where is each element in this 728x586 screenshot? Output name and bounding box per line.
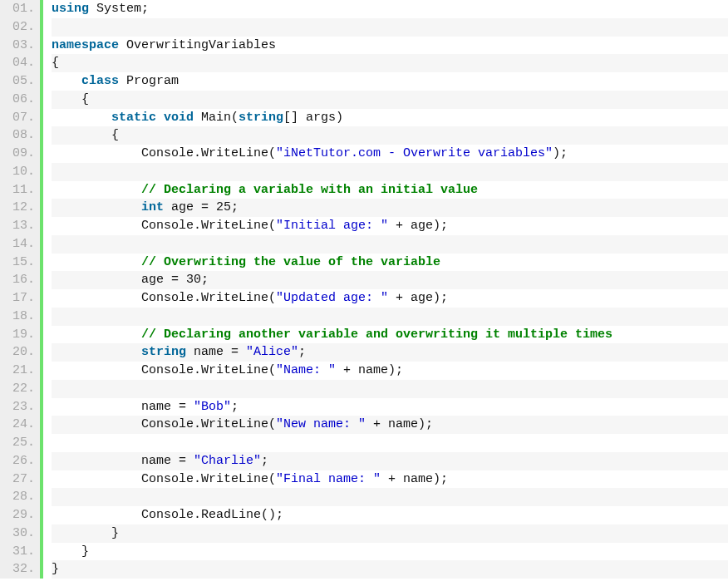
line-number: 24.: [3, 416, 35, 434]
code-line: [52, 235, 728, 254]
line-number: 08.: [3, 126, 35, 145]
text-token: [52, 327, 141, 342]
comment-token: // Declaring a variable with an initial …: [141, 183, 478, 197]
code-line: Console.WriteLine("Name: " + name);: [52, 362, 728, 380]
code-line: {: [52, 54, 728, 72]
code-line: [52, 488, 728, 506]
text-token: + name);: [336, 363, 403, 377]
text-token: Console.ReadLine();: [52, 508, 283, 522]
code-line: Console.ReadLine();: [52, 506, 728, 524]
text-token: name =: [52, 400, 194, 414]
string-token: "Alice": [246, 345, 298, 359]
code-line: name = "Charlie";: [52, 452, 728, 470]
text-token: + age);: [388, 291, 448, 305]
string-token: "Charlie": [194, 454, 261, 468]
code-container: 01.02.03.04.05.06.07.08.09.10.11.12.13.1…: [0, 0, 728, 579]
code-line: static void Main(string[] args): [52, 109, 728, 127]
text-token: }: [52, 526, 119, 540]
line-number-gutter: 01.02.03.04.05.06.07.08.09.10.11.12.13.1…: [0, 0, 40, 579]
text-token: [52, 183, 141, 197]
code-line: [52, 18, 728, 37]
text-token: name =: [186, 345, 246, 359]
line-number: 17.: [3, 289, 35, 308]
keyword-token: int: [141, 200, 164, 214]
line-number: 12.: [3, 199, 35, 217]
text-token: {: [52, 92, 89, 106]
code-line: {: [52, 126, 728, 145]
line-number: 07.: [3, 109, 35, 127]
text-token: Main(: [194, 111, 239, 125]
keyword-token: void: [164, 111, 194, 125]
line-number: 06.: [3, 91, 35, 109]
code-line: Console.WriteLine("iNetTutor.com - Overw…: [52, 145, 728, 163]
line-number: 25.: [3, 434, 35, 452]
line-number: 11.: [3, 181, 35, 199]
keyword-token: string: [141, 345, 186, 359]
code-line: [52, 163, 728, 181]
code-line: Console.WriteLine("Updated age: " + age)…: [52, 289, 728, 308]
line-number: 19.: [3, 326, 35, 344]
code-line: [52, 308, 728, 326]
code-block: using System; namespace OverwritingVaria…: [40, 0, 728, 579]
text-token: age = 30;: [52, 273, 209, 287]
code-line: name = "Bob";: [52, 398, 728, 416]
line-number: 10.: [3, 163, 35, 181]
text-token: [52, 200, 141, 214]
line-number: 14.: [3, 235, 35, 254]
code-line: }: [52, 560, 728, 579]
string-token: "Final name: ": [276, 472, 381, 486]
code-line: class Program: [52, 72, 728, 91]
text-token: }: [52, 562, 59, 576]
text-token: + name);: [381, 472, 448, 486]
text-token: ;: [231, 400, 239, 414]
code-line: Console.WriteLine("Initial age: " + age)…: [52, 217, 728, 235]
text-token: [52, 345, 141, 359]
text-token: [52, 74, 81, 88]
line-number: 01.: [3, 0, 35, 18]
code-line: Console.WriteLine("New name: " + name);: [52, 416, 728, 434]
text-token: Console.WriteLine(: [52, 417, 276, 431]
text-token: Console.WriteLine(: [52, 146, 276, 160]
string-token: "Bob": [194, 400, 231, 414]
code-line: }: [52, 524, 728, 543]
keyword-token: string: [239, 111, 283, 125]
code-line: age = 30;: [52, 271, 728, 289]
string-token: "Initial age: ": [276, 219, 388, 233]
line-number: 21.: [3, 362, 35, 380]
string-token: "Name: ": [276, 363, 336, 377]
text-token: ;: [298, 345, 306, 359]
line-number: 27.: [3, 470, 35, 489]
line-number: 15.: [3, 254, 35, 272]
line-number: 23.: [3, 398, 35, 416]
code-line: // Overwriting the value of the variable: [52, 254, 728, 272]
text-token: [156, 111, 164, 125]
code-line: {: [52, 91, 728, 109]
text-token: {: [52, 128, 119, 142]
line-number: 16.: [3, 271, 35, 289]
keyword-token: namespace: [52, 38, 119, 52]
string-token: "iNetTutor.com - Overwrite variables": [276, 146, 553, 160]
line-number: 02.: [3, 18, 35, 37]
line-number: 28.: [3, 488, 35, 506]
text-token: Console.WriteLine(: [52, 472, 276, 486]
text-token: Console.WriteLine(: [52, 219, 276, 233]
string-token: "Updated age: ": [276, 291, 388, 305]
text-token: Console.WriteLine(: [52, 291, 276, 305]
line-number: 04.: [3, 54, 35, 72]
line-number: 32.: [3, 560, 35, 579]
comment-token: // Overwriting the value of the variable: [141, 255, 440, 269]
code-line: int age = 25;: [52, 199, 728, 217]
line-number: 20.: [3, 343, 35, 362]
text-token: Console.WriteLine(: [52, 363, 276, 377]
code-line: using System;: [52, 0, 728, 18]
text-token: {: [52, 56, 59, 70]
keyword-token: using: [52, 2, 89, 16]
code-line: [52, 434, 728, 452]
line-number: 13.: [3, 217, 35, 235]
line-number: 18.: [3, 308, 35, 326]
code-line: string name = "Alice";: [52, 343, 728, 362]
text-token: Program: [119, 74, 179, 88]
code-line: namespace OverwritingVariables: [52, 37, 728, 55]
line-number: 30.: [3, 524, 35, 543]
text-token: }: [52, 544, 89, 559]
